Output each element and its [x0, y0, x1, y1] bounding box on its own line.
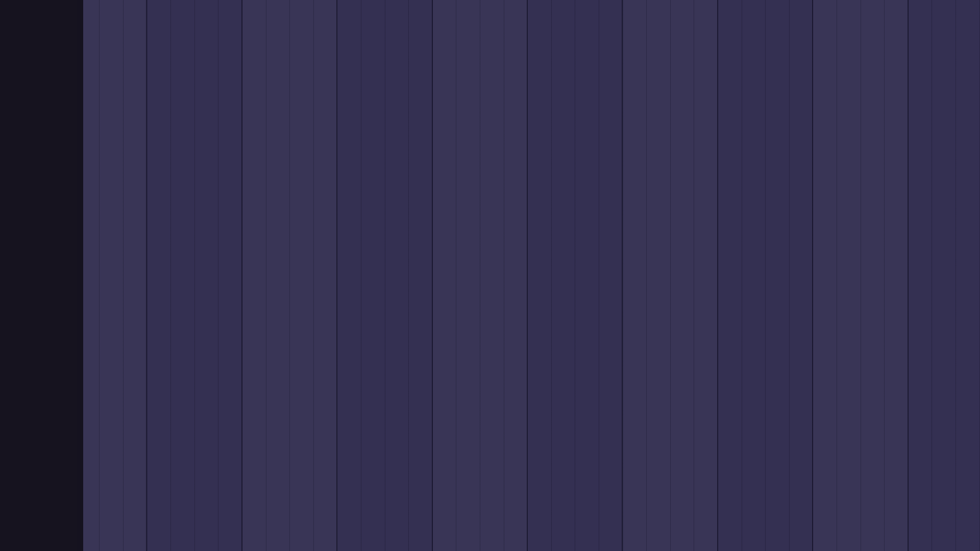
playlist-left-gutter: [77, 0, 83, 551]
track-sidebar: [0, 0, 77, 551]
playlist-window: [0, 0, 980, 551]
